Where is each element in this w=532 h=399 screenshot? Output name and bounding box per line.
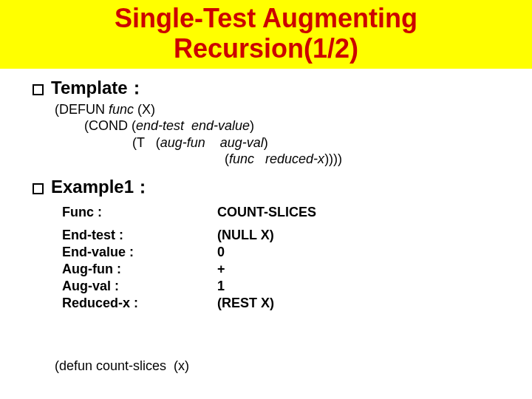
table-cell: Aug-val : xyxy=(62,279,210,294)
example-heading-row: Example1： xyxy=(33,175,499,199)
title-line-1: Single-Test Augmenting xyxy=(115,3,417,33)
template-code: (DEFUN func (X) (COND (end-test end-valu… xyxy=(55,101,499,168)
template-heading-row: Template： xyxy=(33,76,499,100)
table-spacer xyxy=(62,222,499,226)
bullet-square-icon xyxy=(33,183,44,194)
table-cell: COUNT-SLICES xyxy=(217,205,499,220)
example-defun: (defun count-slices (x) (cond ((null x) … xyxy=(55,324,499,399)
bullet-square-icon xyxy=(33,84,44,95)
title-line-2: Recursion(1/2) xyxy=(174,33,358,64)
code-line: (func reduced-x)))) xyxy=(55,151,499,168)
table-cell: (NULL X) xyxy=(217,228,499,243)
table-cell: Reduced-x : xyxy=(62,296,210,311)
slide: Single-Test Augmenting Recursion(1/2) Te… xyxy=(0,0,532,399)
code-line: (DEFUN func (X) xyxy=(55,101,499,118)
table-cell: Func : xyxy=(62,205,210,220)
table-cell: + xyxy=(217,262,499,277)
slide-title: Single-Test Augmenting Recursion(1/2) xyxy=(0,3,532,64)
code-line: (T (aug-fun aug-val) xyxy=(55,134,499,151)
table-cell: (REST X) xyxy=(217,296,499,311)
table-cell: 1 xyxy=(217,279,499,294)
template-heading: Template： xyxy=(51,76,146,100)
slide-body: Template： (DEFUN func (X) (COND (end-tes… xyxy=(0,69,532,399)
code-line: (COND (end-test end-value) xyxy=(55,117,499,134)
table-cell: End-value : xyxy=(62,245,210,260)
code-line: (defun count-slices (x) xyxy=(55,358,499,375)
table-cell: Aug-fun : xyxy=(62,262,210,277)
title-band: Single-Test Augmenting Recursion(1/2) xyxy=(0,0,532,69)
table-cell: End-test : xyxy=(62,228,210,243)
example-table: Func : COUNT-SLICES End-test : (NULL X) … xyxy=(62,205,499,311)
table-cell: 0 xyxy=(217,245,499,260)
example-heading: Example1： xyxy=(51,175,151,199)
